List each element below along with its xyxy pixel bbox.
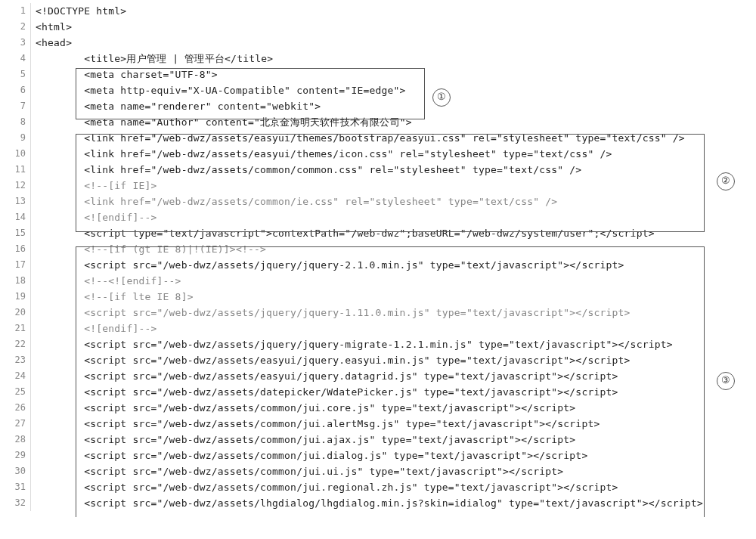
code-text: <script src="/web-dwz/assets/common/jui.… bbox=[31, 463, 756, 479]
code-line: 16 <!--[if (gt IE 8)|!(IE)]><!--> bbox=[0, 241, 756, 257]
code-line: 17 <script src="/web-dwz/assets/jquery/j… bbox=[0, 257, 756, 273]
code-editor-viewport: 1<!DOCTYPE html>2<html>3<head>4 <title>用… bbox=[0, 0, 756, 517]
line-number: 25 bbox=[0, 384, 31, 400]
code-line: 13 <link href="/web-dwz/assets/common/ie… bbox=[0, 194, 756, 209]
code-text: <!--[if IE]> bbox=[31, 178, 756, 194]
code-text: <script src="/web-dwz/assets/jquery/jque… bbox=[31, 336, 756, 352]
code-line: 15 <script type="text/javascript">contex… bbox=[0, 225, 756, 241]
code-line: 28 <script src="/web-dwz/assets/common/j… bbox=[0, 432, 756, 448]
code-line: 8 <meta name="Author" content="北京金海明天软件技… bbox=[0, 114, 756, 130]
line-number: 10 bbox=[0, 146, 31, 162]
code-text: <script src="/web-dwz/assets/jquery/jque… bbox=[31, 257, 756, 273]
code-line: 9 <link href="/web-dwz/assets/easyui/the… bbox=[0, 130, 756, 146]
line-number: 6 bbox=[0, 82, 31, 98]
code-line: 18 <!--<![endif]--> bbox=[0, 273, 756, 289]
code-text: <script src="/web-dwz/assets/datepicker/… bbox=[31, 384, 756, 400]
code-text: <script src="/web-dwz/assets/common/jui.… bbox=[31, 479, 756, 495]
code-text: <link href="/web-dwz/assets/easyui/theme… bbox=[31, 146, 756, 162]
code-text: <!DOCTYPE html> bbox=[31, 3, 756, 19]
code-line: 3<head> bbox=[0, 35, 756, 51]
code-text: <meta name="renderer" content="webkit"> bbox=[31, 98, 756, 114]
code-text: <![endif]--> bbox=[31, 209, 756, 225]
code-text: <script src="/web-dwz/assets/common/jui.… bbox=[31, 432, 756, 448]
code-line: 12 <!--[if IE]> bbox=[0, 178, 756, 194]
line-number: 26 bbox=[0, 400, 31, 416]
code-line: 29 <script src="/web-dwz/assets/common/j… bbox=[0, 448, 756, 463]
line-number: 9 bbox=[0, 130, 31, 146]
code-line: 31 <script src="/web-dwz/assets/common/j… bbox=[0, 479, 756, 495]
code-text: <link href="/web-dwz/assets/common/ie.cs… bbox=[31, 194, 756, 209]
code-line: 32 <script src="/web-dwz/assets/lhgdialo… bbox=[0, 495, 756, 511]
code-line: 20 <script src="/web-dwz/assets/jquery/j… bbox=[0, 305, 756, 321]
line-number: 18 bbox=[0, 273, 31, 289]
line-number: 32 bbox=[0, 495, 31, 511]
code-line: 25 <script src="/web-dwz/assets/datepick… bbox=[0, 384, 756, 400]
code-line: 2<html> bbox=[0, 19, 756, 35]
code-line: 23 <script src="/web-dwz/assets/easyui/j… bbox=[0, 352, 756, 368]
code-text: <meta http-equiv="X-UA-Compatible" conte… bbox=[31, 82, 756, 98]
code-text: <link href="/web-dwz/assets/common/commo… bbox=[31, 162, 756, 178]
line-number: 5 bbox=[0, 67, 31, 82]
code-line: 5 <meta charset="UTF-8"> bbox=[0, 67, 756, 82]
code-text: <script type="text/javascript">contextPa… bbox=[31, 225, 756, 241]
code-line: 7 <meta name="renderer" content="webkit"… bbox=[0, 98, 756, 114]
line-number: 12 bbox=[0, 178, 31, 194]
code-text: <meta name="Author" content="北京金海明天软件技术有… bbox=[31, 114, 756, 130]
code-text: <script src="/web-dwz/assets/jquery/jque… bbox=[31, 305, 756, 321]
code-editor: 1<!DOCTYPE html>2<html>3<head>4 <title>用… bbox=[0, 0, 756, 517]
line-number: 1 bbox=[0, 3, 31, 19]
code-line: 22 <script src="/web-dwz/assets/jquery/j… bbox=[0, 336, 756, 352]
code-line: 21 <![endif]--> bbox=[0, 321, 756, 336]
line-number: 31 bbox=[0, 479, 31, 495]
code-line: 26 <script src="/web-dwz/assets/common/j… bbox=[0, 400, 756, 416]
code-line: 24 <script src="/web-dwz/assets/easyui/j… bbox=[0, 368, 756, 384]
code-line: 14 <![endif]--> bbox=[0, 209, 756, 225]
line-number: 28 bbox=[0, 432, 31, 448]
code-line: 4 <title>用户管理 | 管理平台</title> bbox=[0, 51, 756, 67]
code-text: <link href="/web-dwz/assets/easyui/theme… bbox=[31, 130, 756, 146]
line-number: 8 bbox=[0, 114, 31, 130]
line-number: 29 bbox=[0, 448, 31, 463]
line-number: 2 bbox=[0, 19, 31, 35]
line-number: 7 bbox=[0, 98, 31, 114]
code-text: <script src="/web-dwz/assets/common/jui.… bbox=[31, 400, 756, 416]
code-line: 27 <script src="/web-dwz/assets/common/j… bbox=[0, 416, 756, 432]
line-number: 13 bbox=[0, 194, 31, 209]
code-text: <script src="/web-dwz/assets/common/jui.… bbox=[31, 448, 756, 463]
line-number: 27 bbox=[0, 416, 31, 432]
line-number: 14 bbox=[0, 209, 31, 225]
line-number: 19 bbox=[0, 289, 31, 305]
code-line: 19 <!--[if lte IE 8]> bbox=[0, 289, 756, 305]
code-text: <meta charset="UTF-8"> bbox=[31, 67, 756, 82]
line-number: 11 bbox=[0, 162, 31, 178]
line-number: 15 bbox=[0, 225, 31, 241]
code-line: 6 <meta http-equiv="X-UA-Compatible" con… bbox=[0, 82, 756, 98]
code-line: 11 <link href="/web-dwz/assets/common/co… bbox=[0, 162, 756, 178]
code-text: <!--<![endif]--> bbox=[31, 273, 756, 289]
code-text: <head> bbox=[31, 35, 756, 51]
line-number: 21 bbox=[0, 321, 31, 336]
line-number: 30 bbox=[0, 463, 31, 479]
line-number: 17 bbox=[0, 257, 31, 273]
code-text: <script src="/web-dwz/assets/lhgdialog/l… bbox=[31, 495, 756, 511]
line-number: 4 bbox=[0, 51, 31, 67]
code-line: 1<!DOCTYPE html> bbox=[0, 3, 756, 19]
code-text: <html> bbox=[31, 19, 756, 35]
line-number: 23 bbox=[0, 352, 31, 368]
line-number: 3 bbox=[0, 35, 31, 51]
code-text: <!--[if (gt IE 8)|!(IE)]><!--> bbox=[31, 241, 756, 257]
code-line: 30 <script src="/web-dwz/assets/common/j… bbox=[0, 463, 756, 479]
line-number: 16 bbox=[0, 241, 31, 257]
code-text: <title>用户管理 | 管理平台</title> bbox=[31, 51, 756, 67]
line-number: 20 bbox=[0, 305, 31, 321]
code-text: <!--[if lte IE 8]> bbox=[31, 289, 756, 305]
code-text: <script src="/web-dwz/assets/easyui/jque… bbox=[31, 368, 756, 384]
code-text: <script src="/web-dwz/assets/easyui/jque… bbox=[31, 352, 756, 368]
code-text: <![endif]--> bbox=[31, 321, 756, 336]
line-number: 22 bbox=[0, 336, 31, 352]
line-number: 24 bbox=[0, 368, 31, 384]
code-line: 10 <link href="/web-dwz/assets/easyui/th… bbox=[0, 146, 756, 162]
code-text: <script src="/web-dwz/assets/common/jui.… bbox=[31, 416, 756, 432]
